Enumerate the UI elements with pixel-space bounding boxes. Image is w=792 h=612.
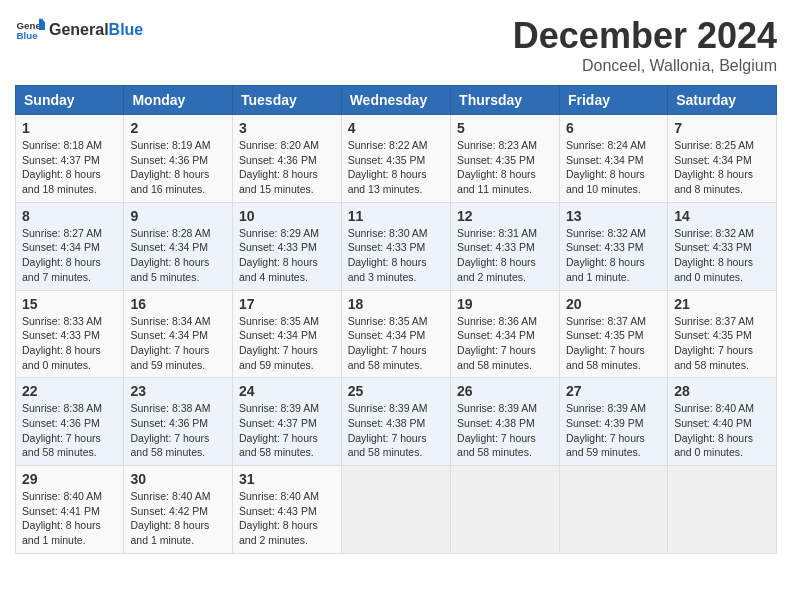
sunrise-label: Sunrise: 8:38 AM [130, 402, 210, 414]
sunset-label: Sunset: 4:34 PM [348, 329, 426, 341]
sunrise-label: Sunrise: 8:24 AM [566, 139, 646, 151]
sunrise-label: Sunrise: 8:19 AM [130, 139, 210, 151]
calendar-cell: 30 Sunrise: 8:40 AM Sunset: 4:42 PM Dayl… [124, 466, 233, 554]
sunrise-label: Sunrise: 8:32 AM [566, 227, 646, 239]
day-info: Sunrise: 8:32 AM Sunset: 4:33 PM Dayligh… [566, 226, 661, 285]
day-number: 24 [239, 383, 335, 399]
day-number: 7 [674, 120, 770, 136]
day-number: 21 [674, 296, 770, 312]
sunrise-label: Sunrise: 8:36 AM [457, 315, 537, 327]
day-info: Sunrise: 8:20 AM Sunset: 4:36 PM Dayligh… [239, 138, 335, 197]
sunrise-label: Sunrise: 8:27 AM [22, 227, 102, 239]
calendar-cell: 20 Sunrise: 8:37 AM Sunset: 4:35 PM Dayl… [559, 290, 667, 378]
sunrise-label: Sunrise: 8:35 AM [348, 315, 428, 327]
day-number: 12 [457, 208, 553, 224]
day-info: Sunrise: 8:35 AM Sunset: 4:34 PM Dayligh… [348, 314, 444, 373]
sunset-label: Sunset: 4:35 PM [566, 329, 644, 341]
daylight-label: Daylight: 7 hours and 59 minutes. [566, 432, 645, 459]
calendar-header-row: Sunday Monday Tuesday Wednesday Thursday… [16, 86, 777, 115]
calendar-cell: 25 Sunrise: 8:39 AM Sunset: 4:38 PM Dayl… [341, 378, 450, 466]
sunrise-label: Sunrise: 8:20 AM [239, 139, 319, 151]
daylight-label: Daylight: 7 hours and 59 minutes. [239, 344, 318, 371]
calendar-week-row: 15 Sunrise: 8:33 AM Sunset: 4:33 PM Dayl… [16, 290, 777, 378]
day-number: 9 [130, 208, 226, 224]
calendar-cell: 15 Sunrise: 8:33 AM Sunset: 4:33 PM Dayl… [16, 290, 124, 378]
daylight-label: Daylight: 8 hours and 8 minutes. [674, 168, 753, 195]
calendar-cell: 18 Sunrise: 8:35 AM Sunset: 4:34 PM Dayl… [341, 290, 450, 378]
logo-icon: General Blue [15, 15, 45, 45]
sunset-label: Sunset: 4:34 PM [22, 241, 100, 253]
day-info: Sunrise: 8:36 AM Sunset: 4:34 PM Dayligh… [457, 314, 553, 373]
calendar-cell: 19 Sunrise: 8:36 AM Sunset: 4:34 PM Dayl… [451, 290, 560, 378]
sunrise-label: Sunrise: 8:40 AM [130, 490, 210, 502]
daylight-label: Daylight: 7 hours and 58 minutes. [239, 432, 318, 459]
calendar-cell [341, 466, 450, 554]
day-number: 29 [22, 471, 117, 487]
svg-text:Blue: Blue [17, 30, 39, 41]
sunset-label: Sunset: 4:40 PM [674, 417, 752, 429]
sunset-label: Sunset: 4:36 PM [22, 417, 100, 429]
day-info: Sunrise: 8:31 AM Sunset: 4:33 PM Dayligh… [457, 226, 553, 285]
day-info: Sunrise: 8:38 AM Sunset: 4:36 PM Dayligh… [130, 401, 226, 460]
day-number: 16 [130, 296, 226, 312]
day-info: Sunrise: 8:34 AM Sunset: 4:34 PM Dayligh… [130, 314, 226, 373]
day-info: Sunrise: 8:22 AM Sunset: 4:35 PM Dayligh… [348, 138, 444, 197]
calendar-cell: 16 Sunrise: 8:34 AM Sunset: 4:34 PM Dayl… [124, 290, 233, 378]
sunset-label: Sunset: 4:35 PM [348, 154, 426, 166]
sunrise-label: Sunrise: 8:40 AM [239, 490, 319, 502]
daylight-label: Daylight: 8 hours and 2 minutes. [457, 256, 536, 283]
calendar-cell: 29 Sunrise: 8:40 AM Sunset: 4:41 PM Dayl… [16, 466, 124, 554]
col-tuesday: Tuesday [233, 86, 342, 115]
day-number: 10 [239, 208, 335, 224]
day-number: 31 [239, 471, 335, 487]
day-info: Sunrise: 8:27 AM Sunset: 4:34 PM Dayligh… [22, 226, 117, 285]
calendar-cell: 12 Sunrise: 8:31 AM Sunset: 4:33 PM Dayl… [451, 202, 560, 290]
sunset-label: Sunset: 4:39 PM [566, 417, 644, 429]
sunrise-label: Sunrise: 8:39 AM [239, 402, 319, 414]
day-number: 5 [457, 120, 553, 136]
day-info: Sunrise: 8:38 AM Sunset: 4:36 PM Dayligh… [22, 401, 117, 460]
daylight-label: Daylight: 7 hours and 58 minutes. [130, 432, 209, 459]
daylight-label: Daylight: 8 hours and 3 minutes. [348, 256, 427, 283]
sunrise-label: Sunrise: 8:37 AM [566, 315, 646, 327]
calendar-cell: 17 Sunrise: 8:35 AM Sunset: 4:34 PM Dayl… [233, 290, 342, 378]
sunset-label: Sunset: 4:33 PM [239, 241, 317, 253]
day-number: 14 [674, 208, 770, 224]
daylight-label: Daylight: 8 hours and 1 minute. [22, 519, 101, 546]
sunset-label: Sunset: 4:35 PM [674, 329, 752, 341]
daylight-label: Daylight: 8 hours and 0 minutes. [674, 256, 753, 283]
daylight-label: Daylight: 7 hours and 58 minutes. [566, 344, 645, 371]
sunrise-label: Sunrise: 8:25 AM [674, 139, 754, 151]
day-info: Sunrise: 8:29 AM Sunset: 4:33 PM Dayligh… [239, 226, 335, 285]
calendar-cell: 28 Sunrise: 8:40 AM Sunset: 4:40 PM Dayl… [668, 378, 777, 466]
col-monday: Monday [124, 86, 233, 115]
day-number: 4 [348, 120, 444, 136]
day-number: 13 [566, 208, 661, 224]
sunset-label: Sunset: 4:34 PM [239, 329, 317, 341]
sunrise-label: Sunrise: 8:28 AM [130, 227, 210, 239]
calendar-week-row: 8 Sunrise: 8:27 AM Sunset: 4:34 PM Dayli… [16, 202, 777, 290]
calendar-cell: 3 Sunrise: 8:20 AM Sunset: 4:36 PM Dayli… [233, 115, 342, 203]
sunset-label: Sunset: 4:33 PM [674, 241, 752, 253]
daylight-label: Daylight: 8 hours and 1 minute. [566, 256, 645, 283]
calendar-cell: 24 Sunrise: 8:39 AM Sunset: 4:37 PM Dayl… [233, 378, 342, 466]
col-sunday: Sunday [16, 86, 124, 115]
day-info: Sunrise: 8:30 AM Sunset: 4:33 PM Dayligh… [348, 226, 444, 285]
calendar-cell: 11 Sunrise: 8:30 AM Sunset: 4:33 PM Dayl… [341, 202, 450, 290]
calendar-week-row: 29 Sunrise: 8:40 AM Sunset: 4:41 PM Dayl… [16, 466, 777, 554]
calendar-cell: 2 Sunrise: 8:19 AM Sunset: 4:36 PM Dayli… [124, 115, 233, 203]
day-info: Sunrise: 8:39 AM Sunset: 4:38 PM Dayligh… [457, 401, 553, 460]
daylight-label: Daylight: 8 hours and 18 minutes. [22, 168, 101, 195]
sunset-label: Sunset: 4:35 PM [457, 154, 535, 166]
sunset-label: Sunset: 4:34 PM [457, 329, 535, 341]
sunset-label: Sunset: 4:37 PM [239, 417, 317, 429]
daylight-label: Daylight: 8 hours and 16 minutes. [130, 168, 209, 195]
sunset-label: Sunset: 4:34 PM [130, 329, 208, 341]
day-number: 27 [566, 383, 661, 399]
calendar-cell: 14 Sunrise: 8:32 AM Sunset: 4:33 PM Dayl… [668, 202, 777, 290]
sunset-label: Sunset: 4:37 PM [22, 154, 100, 166]
daylight-label: Daylight: 7 hours and 59 minutes. [130, 344, 209, 371]
calendar-cell: 27 Sunrise: 8:39 AM Sunset: 4:39 PM Dayl… [559, 378, 667, 466]
calendar-cell: 21 Sunrise: 8:37 AM Sunset: 4:35 PM Dayl… [668, 290, 777, 378]
sunset-label: Sunset: 4:36 PM [130, 417, 208, 429]
